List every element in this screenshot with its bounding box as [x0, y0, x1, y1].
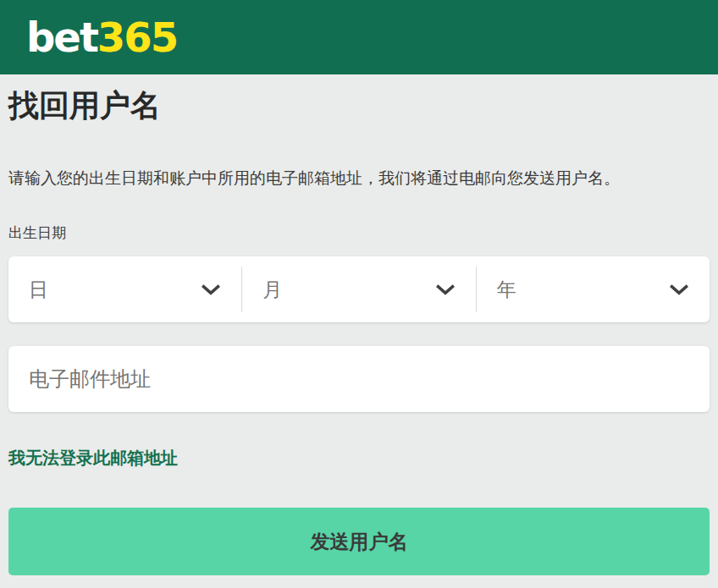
- logo-text-bet: bet: [26, 14, 97, 61]
- dob-year-placeholder: 年: [497, 277, 516, 303]
- page-title: 找回用户名: [8, 87, 710, 124]
- chevron-down-icon: [435, 283, 456, 295]
- dob-label: 出生日期: [8, 224, 710, 243]
- instruction-text: 请输入您的出生日期和账户中所用的电子邮箱地址，我们将通过电邮向您发送用户名。: [8, 168, 710, 190]
- email-input[interactable]: [8, 346, 710, 412]
- bet365-logo[interactable]: bet365: [26, 17, 177, 58]
- main-content: 找回用户名 请输入您的出生日期和账户中所用的电子邮箱地址，我们将通过电邮向您发送…: [0, 87, 718, 575]
- email-field-card: [8, 346, 710, 412]
- logo-text-365: 365: [97, 14, 177, 61]
- send-username-button[interactable]: 发送用户名: [8, 508, 710, 575]
- dob-month-placeholder: 月: [262, 277, 282, 303]
- dob-select-row: 日 月 年: [8, 256, 710, 322]
- chevron-down-icon: [669, 283, 689, 295]
- dob-year-select[interactable]: 年: [477, 256, 710, 322]
- dob-month-select[interactable]: 月: [242, 256, 475, 322]
- dob-day-select[interactable]: 日: [8, 256, 241, 322]
- chevron-down-icon: [201, 283, 221, 295]
- dob-day-placeholder: 日: [29, 277, 48, 303]
- cant-access-email-link[interactable]: 我无法登录此邮箱地址: [8, 448, 178, 469]
- top-header-bar: bet365: [0, 0, 718, 74]
